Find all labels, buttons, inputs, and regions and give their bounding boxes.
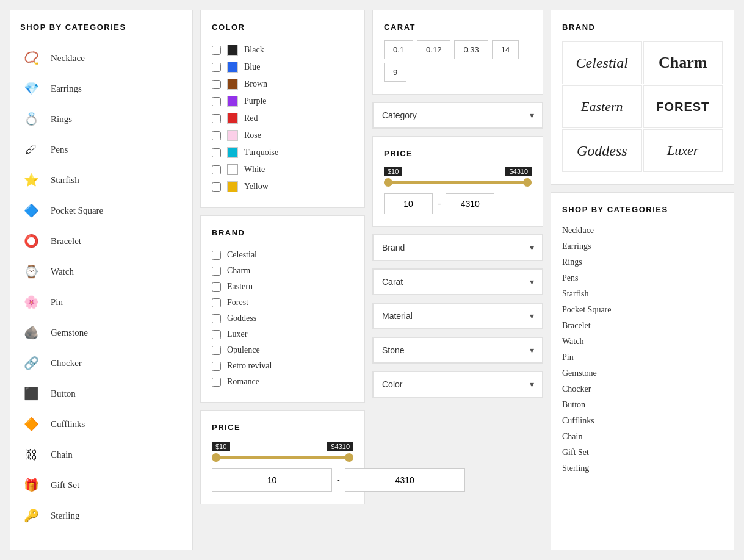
price-min-input[interactable]: 10	[212, 468, 332, 492]
category-label: Gemstone	[51, 328, 88, 338]
brand-checkbox[interactable]	[212, 378, 221, 387]
brand-checkbox[interactable]	[212, 314, 221, 323]
right-category-item-gift-set[interactable]: Gift Set	[562, 445, 723, 461]
color-swatch-blue	[227, 62, 238, 73]
color-swatch-rose	[227, 130, 238, 141]
color-checkbox-blue[interactable]	[212, 63, 221, 72]
right-category-item-earrings[interactable]: Earrings	[562, 239, 723, 254]
category-label: Necklace	[51, 53, 85, 63]
carat-select[interactable]: Carat	[373, 269, 543, 295]
logo-cell-goddess[interactable]: Goddess	[562, 129, 642, 172]
category-label: Chocker	[51, 358, 82, 368]
left-category-item-sterling[interactable]: 🔑 Sterling	[20, 500, 182, 531]
price-box-min-input[interactable]: 10	[384, 193, 433, 214]
price-box-thumb-left[interactable]	[384, 178, 392, 187]
brand-item-forest: Forest	[212, 295, 353, 311]
left-category-item-bracelet[interactable]: ⭕ Bracelet	[20, 226, 182, 256]
carat-btn-14[interactable]: 14	[492, 40, 519, 59]
left-category-item-gemstone[interactable]: 🪨 Gemstone	[20, 317, 182, 348]
left-category-item-starfish[interactable]: ⭐ Starfish	[20, 165, 182, 195]
left-category-item-pin[interactable]: 🌸 Pin	[20, 287, 182, 317]
left-category-item-chain[interactable]: ⛓ Chain	[20, 439, 182, 470]
color-dropdown-wrapper[interactable]: Color	[372, 371, 543, 398]
price-dash: -	[337, 475, 340, 485]
right-category-item-rings[interactable]: Rings	[562, 254, 723, 270]
price-box-min-badge: $10	[384, 167, 402, 176]
material-select[interactable]: Material	[373, 303, 543, 329]
color-checkbox-red[interactable]	[212, 114, 221, 123]
right-category-item-button[interactable]: Button	[562, 397, 723, 413]
left-category-item-chocker[interactable]: 🔗 Chocker	[20, 348, 182, 378]
color-item-yellow: Yellow	[212, 178, 353, 195]
category-select[interactable]: Category	[373, 102, 543, 128]
material-dropdown-wrapper[interactable]: Material	[372, 303, 543, 329]
color-select[interactable]: Color	[373, 372, 543, 397]
brand-dropdown-wrapper[interactable]: Brand	[372, 234, 543, 261]
price-max-badge: $4310	[327, 442, 353, 451]
stone-dropdown-wrapper[interactable]: Stone	[372, 337, 543, 364]
price-box-thumb-right[interactable]	[523, 178, 532, 187]
left-category-item-cufflinks[interactable]: 🔶 Cufflinks	[20, 409, 182, 439]
carat-dropdown-wrapper[interactable]: Carat	[372, 268, 543, 295]
category-icon: 🎁	[20, 474, 42, 496]
logo-cell-celestial[interactable]: Celestial	[562, 41, 642, 84]
carat-btn-0.33[interactable]: 0.33	[454, 40, 488, 59]
carat-btn-9[interactable]: 9	[384, 63, 406, 82]
brand-checkbox[interactable]	[212, 251, 221, 260]
price-thumb-right[interactable]	[345, 453, 353, 462]
brand-name: Retro revival	[227, 361, 272, 371]
right-category-item-cufflinks[interactable]: Cufflinks	[562, 413, 723, 429]
brand-select[interactable]: Brand	[373, 235, 543, 260]
logo-cell-forest[interactable]: FOREST	[643, 85, 723, 128]
color-checkbox-yellow[interactable]	[212, 182, 221, 192]
carat-btn-0.12[interactable]: 0.12	[417, 40, 450, 59]
color-checkbox-purple[interactable]	[212, 97, 221, 106]
right-category-item-necklace[interactable]: Necklace	[562, 223, 723, 239]
right-category-item-chocker[interactable]: Chocker	[562, 381, 723, 397]
price-thumb-left[interactable]	[212, 453, 220, 462]
brand-name: Romance	[227, 377, 259, 387]
category-icon: 🖊	[20, 138, 42, 160]
logo-cell-eastern[interactable]: Eastern	[562, 85, 642, 128]
color-checkbox-brown[interactable]	[212, 80, 221, 89]
left-category-item-gift-set[interactable]: 🎁 Gift Set	[20, 470, 182, 500]
color-checkbox-white[interactable]	[212, 165, 221, 174]
price-box-max-input[interactable]: 4310	[446, 193, 494, 214]
brand-checkbox[interactable]	[212, 267, 221, 276]
category-label: Pin	[51, 297, 63, 307]
color-checkbox-rose[interactable]	[212, 131, 221, 140]
right-category-item-gemstone[interactable]: Gemstone	[562, 365, 723, 381]
stone-select[interactable]: Stone	[373, 337, 543, 363]
right-category-item-watch[interactable]: Watch	[562, 334, 723, 350]
right-category-item-starfish[interactable]: Starfish	[562, 286, 723, 302]
logo-cell-luxer[interactable]: Luxer	[643, 129, 723, 172]
brand-checkbox[interactable]	[212, 346, 221, 355]
brand-checkbox[interactable]	[212, 282, 221, 292]
right-category-item-sterling[interactable]: Sterling	[562, 461, 723, 476]
color-checkbox-turquoise[interactable]	[212, 148, 221, 157]
right-category-item-bracelet[interactable]: Bracelet	[562, 318, 723, 334]
brand-checkbox[interactable]	[212, 330, 221, 339]
right-category-item-pin[interactable]: Pin	[562, 350, 723, 365]
color-checkbox-black[interactable]	[212, 46, 221, 55]
price-box-slider[interactable]	[384, 181, 532, 184]
logo-cell-charm[interactable]: Charm	[643, 41, 723, 84]
brand-checkbox[interactable]	[212, 362, 221, 371]
category-dropdown-wrapper[interactable]: Category	[372, 102, 543, 129]
left-category-item-watch[interactable]: ⌚ Watch	[20, 256, 182, 287]
category-label: Chain	[51, 450, 73, 460]
right-category-item-pens[interactable]: Pens	[562, 270, 723, 286]
left-category-item-pens[interactable]: 🖊 Pens	[20, 134, 182, 165]
category-icon: 🔶	[20, 413, 42, 435]
right-category-item-chain[interactable]: Chain	[562, 429, 723, 445]
brand-checkbox[interactable]	[212, 298, 221, 307]
brand-name: Forest	[227, 298, 248, 307]
left-category-item-necklace[interactable]: 📿 Necklace	[20, 43, 182, 73]
left-category-item-rings[interactable]: 💍 Rings	[20, 104, 182, 134]
carat-btn-0.1[interactable]: 0.1	[384, 40, 413, 59]
left-category-item-button[interactable]: ⬛ Button	[20, 378, 182, 409]
right-category-item-pocket-square[interactable]: Pocket Square	[562, 302, 723, 318]
left-category-item-pocket-square[interactable]: 🔷 Pocket Square	[20, 195, 182, 226]
left-category-item-earrings[interactable]: 💎 Earrings	[20, 73, 182, 104]
price-slider-track[interactable]	[212, 456, 353, 459]
